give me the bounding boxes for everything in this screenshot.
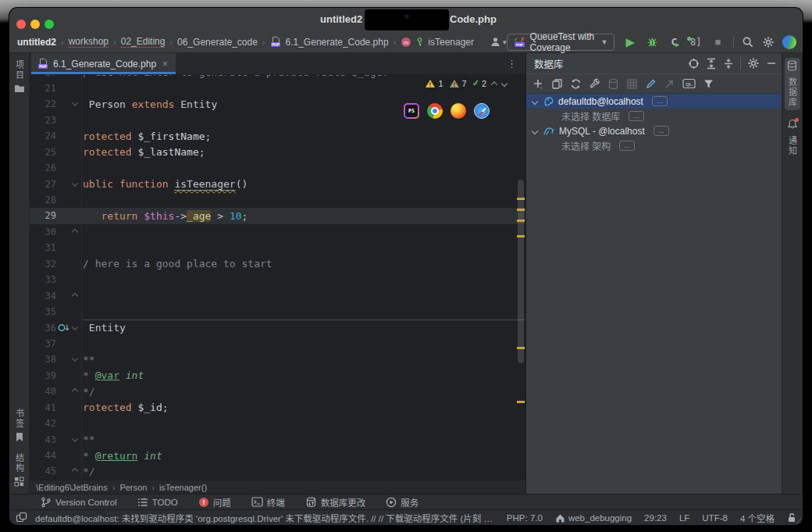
breadcrumb-item[interactable]: workshop [69,36,109,48]
close-button[interactable] [16,20,26,29]
code-line[interactable]: 39* @var int [30,368,525,384]
more-options-chip[interactable]: ... [654,126,669,136]
code-line[interactable]: 29 return $this->_age > 10; [30,208,525,223]
breadcrumb-item[interactable]: isTeenager [428,37,474,48]
hide-minus-icon[interactable] [766,58,777,69]
run-button[interactable]: ▶ [622,34,638,50]
chevron-down-icon[interactable] [532,98,538,104]
database-tree-row[interactable]: 未选择 架构... [526,138,782,153]
breadcrumb-item[interactable]: 02_Editing [121,36,166,48]
minimize-button[interactable] [30,20,40,29]
fold-open-icon[interactable] [72,100,78,106]
code-line[interactable]: 35 [30,304,525,320]
next-issue-icon[interactable] [501,80,508,87]
line-ending-widget[interactable]: LF [679,513,689,523]
code-line[interactable]: 40*/ [30,384,525,399]
code-line[interactable]: 34 [30,287,525,303]
editor-breadcrumb-item[interactable]: Person [119,483,147,492]
weak-warning-count[interactable]: 7 [449,79,467,88]
code-line[interactable]: 45*/ [30,463,525,479]
add-plus-icon[interactable] [532,78,544,90]
debug-button[interactable] [644,34,660,50]
settings-icon[interactable] [762,36,775,48]
fold-open-icon[interactable] [72,323,78,330]
expand-all-icon[interactable] [706,58,717,70]
breadcrumb-item[interactable]: 6.1_Generate_Code.php [286,37,389,48]
toolwindow-button-todo-list[interactable]: TODO [137,498,178,507]
editor-breadcrumb-item[interactable]: isTeenager() [159,483,207,492]
toolwindow-button-services[interactable]: 服务 [386,496,418,509]
code-editor[interactable]: 20/ use Alt+Enter to generate a private … [30,75,525,480]
table-grid-icon[interactable] [626,78,638,90]
zoom-button[interactable] [45,20,54,29]
code-line[interactable]: 26 [30,160,525,176]
code-line[interactable]: 42 [30,416,525,431]
settings-gear-icon[interactable] [747,57,760,70]
database-tree-row[interactable]: 未选择 数据库... [526,109,782,123]
status-message[interactable]: defaultdb@localhost: 未找到驱动程序类 'org.postg… [35,512,497,524]
code-line[interactable]: 32/ here is a good place to start [30,256,525,272]
warning-count[interactable]: 1 [425,79,443,88]
code-line[interactable]: 31 [30,240,525,255]
fold-close-icon[interactable] [72,388,78,395]
chevron-down-icon[interactable] [532,127,538,134]
more-options-chip[interactable]: ... [619,141,635,151]
code-line[interactable]: 37 [30,336,525,352]
toolwindow-button-git-branch[interactable]: Version Control [41,497,117,508]
breadcrumb-item[interactable]: 06_Generate_code [177,37,258,48]
code-line[interactable]: 33 [30,272,525,287]
refresh-icon[interactable] [570,78,582,90]
profiler-button[interactable]: ●8] [688,34,703,50]
chrome-browser-icon[interactable] [427,103,443,119]
typo-count[interactable]: ✓~ 2 [472,79,486,88]
run-with-coverage-button[interactable]: C▶ [666,34,682,50]
filter-funnel-icon[interactable] [703,78,714,90]
more-options-chip[interactable]: ... [629,111,644,121]
code-line[interactable]: 41rotected $_id; [30,400,525,416]
previous-issue-icon[interactable] [491,81,497,87]
code-line[interactable]: 24rotected $_firstName; [30,128,525,144]
stripe-item-结构[interactable]: 结构 [12,451,27,489]
phpstorm-browser-icon[interactable]: PS [404,103,419,119]
jump-arrow-icon[interactable] [664,78,675,90]
duplicate-icon[interactable] [551,78,563,90]
toolwindow-button-db-changes[interactable]: 数据库更改 [305,496,366,509]
target-icon[interactable] [688,58,700,70]
code-line[interactable]: 38** [30,352,525,367]
indent-widget[interactable]: 4 个空格 [740,512,775,524]
firefox-browser-icon[interactable] [451,103,466,119]
database-tree-row[interactable]: MySQL - @localhost... [526,123,782,138]
database-tree-row[interactable]: defaultdb@localhost... [526,94,782,109]
encoding-widget[interactable]: UTF-8 [702,513,728,523]
code-line[interactable]: 44* @return int [30,448,525,463]
caret-position-widget[interactable]: 29:23 [644,513,667,523]
fold-open-icon[interactable] [72,355,78,362]
code-line[interactable]: 36 Entity [30,320,525,335]
toolwindow-button-problems[interactable]: !问题 [198,496,231,509]
code-line[interactable]: 43** [30,431,525,447]
code-line[interactable]: 28 [30,192,525,208]
fold-open-icon[interactable] [72,180,78,186]
safari-browser-icon[interactable] [474,103,490,119]
stripe-item-通知[interactable]: 通知 [785,116,800,159]
query-console-icon[interactable]: QL [682,78,696,89]
more-options-chip[interactable]: ... [652,96,668,106]
readonly-padlock-icon[interactable] [787,512,796,523]
editor-tab[interactable]: PHP 6.1_Generate_Code.php × [31,53,176,74]
run-configuration-select[interactable]: ✓✗PHP QueueTest with Coverage ▼ [507,34,615,51]
fold-close-icon[interactable] [72,292,78,298]
stripe-item-书签[interactable]: 书签 [12,406,27,445]
code-line[interactable]: 27ublic function isTeenager() [30,176,525,191]
editor-scrollbar[interactable] [518,180,524,363]
breadcrumb-project[interactable]: untitled2 [17,37,56,48]
tab-close-icon[interactable]: × [162,59,168,70]
license-sphere-icon[interactable] [782,35,796,49]
edit-pencil-icon[interactable] [645,78,657,90]
collapse-all-icon[interactable] [723,58,734,70]
toolwindow-button-terminal[interactable]: 终端 [251,496,285,509]
datasource-wrench-icon[interactable] [589,78,600,90]
implemented-marker-icon[interactable] [58,323,70,333]
stop-button[interactable]: ■ [710,34,725,50]
tab-options-kebab-icon[interactable]: ⋮ [507,58,518,70]
deployment-widget[interactable]: web_debugging [555,513,632,523]
